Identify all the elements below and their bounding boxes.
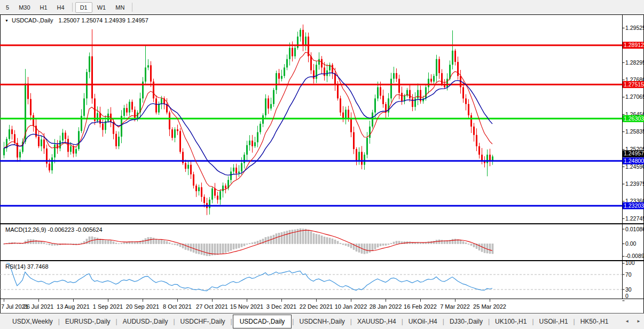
date-tick-label: 1 Sep 2021 [93,303,123,310]
rsi-axis-label: 70 [625,271,632,278]
hline-price-badge-label: 1.26303 [624,115,644,122]
timeframe-button-W1[interactable]: W1 [92,2,111,13]
timeframe-toolbar: 5M30H1H4D1W1MN [0,0,644,14]
rsi-axis-label: 0 [625,293,629,299]
timeframe-button-H1[interactable]: H1 [35,2,52,13]
chart-canvas[interactable]: 1.295251.282951.276801.270651.264501.258… [0,14,644,314]
price-tick-label: 1.27065 [625,93,644,100]
toolbar-separator [132,3,132,12]
timeframe-button-MN[interactable]: MN [111,2,129,13]
chart-tab-audusd-daily[interactable]: AUDUSD-,Daily [118,315,173,328]
date-tick-label: 13 Aug 2021 [57,303,90,310]
chart-tab-usdchf-daily[interactable]: USDCHF-,Daily [176,315,230,328]
rsi-axis-label: 30 [625,286,632,293]
date-tick-label: 3 Dec 2021 [266,303,296,310]
chart-tab-xauusd-h4[interactable]: XAUUSD-,H4 [352,315,401,328]
chart-tabs-bar: USDX,Weekly|EURUSD-,Daily|AUDUSD-,Daily|… [0,314,644,329]
hline-price-badge-label: 1.23203 [624,202,644,209]
timeframe-button-H4[interactable]: H4 [52,2,69,13]
date-tick-label: 15 Nov 2021 [230,303,263,310]
chart-tab-usoil-h1[interactable]: USOil-,H1 [535,315,573,328]
date-tick-label: 7 Mar 2022 [440,303,470,310]
date-tick-label: 26 Jul 2021 [23,303,54,310]
chart-window: 1.295251.282951.276801.270651.264501.258… [0,14,644,314]
price-tick-label: 1.22745 [625,215,644,222]
timeframe-button-D1[interactable]: D1 [75,2,92,13]
hline-price-badge-label: 1.24800 [624,158,644,164]
macd-axis-label: -0.00897 [625,253,644,259]
macd-axis-label: 0.00 [625,240,637,247]
chart-tab-dj30-daily[interactable]: DJ30-,Daily [445,315,488,328]
chart-tab-usdcnh-daily[interactable]: USDCNH-,Daily [294,315,349,328]
date-tick-label: 10 Jan 2022 [335,303,367,310]
date-tick-label: 16 Feb 2022 [404,303,437,310]
hline-price-badge-label: 1.27515 [624,81,644,88]
chart-tab-usdx-weekly[interactable]: USDX,Weekly [7,315,58,328]
chart-tab-uk100-h1[interactable]: UK100-,H1 [490,315,531,328]
macd-axis-label: 0.010869 [625,226,644,232]
current-price-badge-label: 1.24957 [624,150,644,156]
date-tick-label: 22 Dec 2021 [300,303,333,310]
chart-tab-hk50-h1[interactable]: HK50-,H1 [576,315,614,328]
toolbar-separator [72,3,73,12]
chart-tab-usdcad-daily[interactable]: USDCAD-,Daily [233,315,292,328]
tab-scroll-arrows: ◄► [625,319,641,324]
price-tick-label: 1.28295 [625,59,644,66]
rsi-axis-label: 100 [625,260,635,266]
symbol-dropdown-icon[interactable]: ▼ [5,19,9,22]
timeframe-button-5[interactable]: 5 [1,2,14,13]
date-tick-label: 20 Sep 2021 [126,303,159,310]
price-tick-label: 1.23975 [625,181,644,187]
price-tick-label: 1.29525 [625,25,644,31]
date-tick-label: 8 Oct 2021 [163,303,192,310]
date-tick-label: 28 Jan 2022 [370,303,402,310]
hline-price-badge-label: 1.28912 [624,42,644,48]
date-tick-label: 25 Mar 2022 [473,303,506,310]
timeframe-button-M30[interactable]: M30 [14,2,35,13]
chart-tab-eurusd-daily[interactable]: EURUSD-,Daily [60,315,115,328]
chart-tab-ukoil-h4[interactable]: UKOil-,H4 [404,315,442,328]
tab-scroll-left-icon[interactable]: ◄ [625,319,629,324]
price-tick-label: 1.25835 [625,128,644,135]
tab-scroll-right-icon[interactable]: ► [637,319,641,324]
date-tick-label: 27 Oct 2021 [196,303,228,310]
